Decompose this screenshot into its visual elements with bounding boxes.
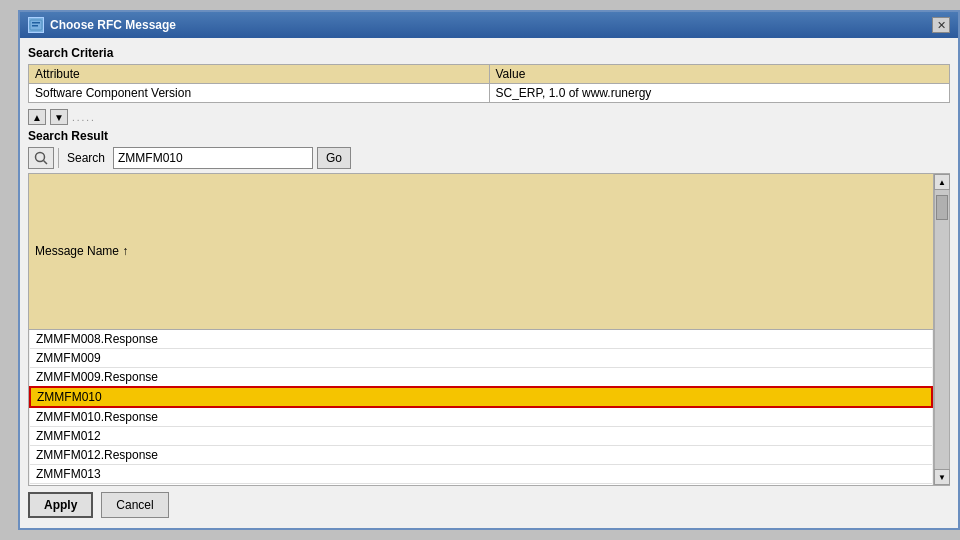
search-divider bbox=[58, 148, 59, 168]
result-scrollable[interactable]: ZMMFM008.ResponseZMMFM009ZMMFM009.Respon… bbox=[29, 330, 933, 485]
result-item-selected[interactable]: ZMMFM010 bbox=[30, 387, 932, 407]
close-button[interactable]: ✕ bbox=[932, 17, 950, 33]
result-table: Message Name ↑ bbox=[29, 174, 933, 330]
result-item[interactable]: ZMMFM013.Response bbox=[30, 483, 932, 485]
search-icon-btn[interactable] bbox=[28, 147, 54, 169]
table-row[interactable]: ZMMFM013 bbox=[30, 464, 932, 483]
result-item[interactable]: ZMMFM010.Response bbox=[30, 407, 932, 427]
criteria-row: Software Component VersionSC_ERP, 1.0 of… bbox=[29, 84, 950, 103]
table-row[interactable]: ZMMFM013.Response bbox=[30, 483, 932, 485]
scroll-track bbox=[935, 190, 949, 469]
table-row[interactable]: ZMMFM009 bbox=[30, 348, 932, 367]
criteria-table: Attribute Value Software Component Versi… bbox=[28, 64, 950, 103]
search-result-label: Search Result bbox=[28, 129, 950, 143]
expand-up-btn[interactable]: ▲ bbox=[28, 109, 46, 125]
criteria-col-value: Value bbox=[489, 65, 950, 84]
table-row[interactable]: ZMMFM012 bbox=[30, 426, 932, 445]
result-col-header: Message Name ↑ bbox=[29, 174, 933, 329]
result-table-body: ZMMFM008.ResponseZMMFM009ZMMFM009.Respon… bbox=[29, 330, 933, 485]
criteria-attribute: Software Component Version bbox=[29, 84, 490, 103]
cancel-button[interactable]: Cancel bbox=[101, 492, 168, 518]
result-table-container: Message Name ↑ ZMMFM008.ResponseZMMFM009… bbox=[28, 173, 950, 486]
search-label: Search bbox=[63, 151, 109, 165]
result-item[interactable]: ZMMFM009 bbox=[30, 348, 932, 367]
footer: Apply Cancel bbox=[28, 486, 950, 520]
search-bar: Search Go bbox=[28, 147, 950, 169]
svg-rect-1 bbox=[32, 22, 40, 24]
vertical-scrollbar[interactable]: ▲ ▼ bbox=[934, 173, 950, 486]
dialog-icon bbox=[28, 17, 44, 33]
resize-handle: ..... bbox=[72, 112, 96, 123]
result-item[interactable]: ZMMFM008.Response bbox=[30, 330, 932, 349]
search-criteria-section: Search Criteria Attribute Value Software… bbox=[28, 46, 950, 103]
result-item[interactable]: ZMMFM012 bbox=[30, 426, 932, 445]
result-item[interactable]: ZMMFM012.Response bbox=[30, 445, 932, 464]
result-item[interactable]: ZMMFM009.Response bbox=[30, 367, 932, 387]
criteria-col-attribute: Attribute bbox=[29, 65, 490, 84]
table-row[interactable]: ZMMFM008.Response bbox=[30, 330, 932, 349]
svg-rect-2 bbox=[32, 25, 38, 27]
svg-line-4 bbox=[44, 161, 48, 165]
scroll-down-arrow[interactable]: ▼ bbox=[934, 469, 950, 485]
scroll-thumb[interactable] bbox=[936, 195, 948, 220]
search-result-section: Search Result Search Go bbox=[28, 129, 950, 486]
title-bar: Choose RFC Message ✕ bbox=[20, 12, 958, 38]
go-button[interactable]: Go bbox=[317, 147, 351, 169]
table-row[interactable]: ZMMFM010 bbox=[30, 387, 932, 407]
table-row[interactable]: ZMMFM009.Response bbox=[30, 367, 932, 387]
dialog-title: Choose RFC Message bbox=[50, 18, 176, 32]
search-criteria-label: Search Criteria bbox=[28, 46, 950, 60]
result-item[interactable]: ZMMFM013 bbox=[30, 464, 932, 483]
apply-button[interactable]: Apply bbox=[28, 492, 93, 518]
criteria-value: SC_ERP, 1.0 of www.runergy bbox=[489, 84, 950, 103]
expand-down-btn[interactable]: ▼ bbox=[50, 109, 68, 125]
title-bar-left: Choose RFC Message bbox=[28, 17, 176, 33]
dialog-body: Search Criteria Attribute Value Software… bbox=[20, 38, 958, 528]
table-row[interactable]: ZMMFM012.Response bbox=[30, 445, 932, 464]
dialog: Choose RFC Message ✕ Search Criteria Att… bbox=[18, 10, 960, 530]
result-table-wrapper: Message Name ↑ ZMMFM008.ResponseZMMFM009… bbox=[28, 173, 934, 486]
search-input[interactable] bbox=[113, 147, 313, 169]
resize-area: ▲ ▼ ..... bbox=[28, 109, 950, 125]
scroll-up-arrow[interactable]: ▲ bbox=[934, 174, 950, 190]
table-row[interactable]: ZMMFM010.Response bbox=[30, 407, 932, 427]
svg-point-3 bbox=[36, 153, 45, 162]
